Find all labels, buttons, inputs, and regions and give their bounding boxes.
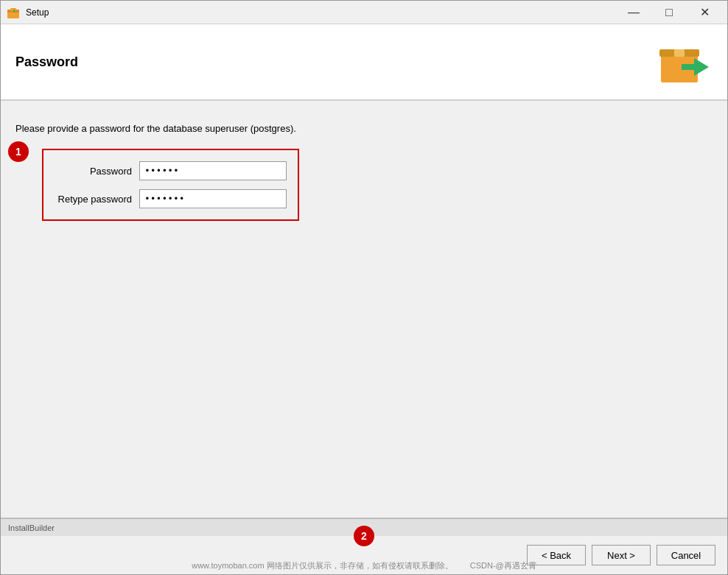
close-button[interactable]: ✕ — [687, 1, 721, 24]
window-title: Setup — [26, 7, 617, 18]
retype-password-row: Retype password — [55, 189, 287, 208]
instruction-text: Please provide a password for the databa… — [15, 123, 713, 134]
password-label: Password — [55, 166, 139, 177]
window-controls: — □ ✕ — [617, 1, 721, 24]
setup-window: Setup — □ ✕ Password Please provide a — [0, 0, 728, 575]
app-icon — [7, 6, 20, 19]
header-logo — [654, 36, 713, 88]
annotation-circle-1: 1 — [8, 141, 29, 162]
retype-password-label: Retype password — [55, 194, 139, 205]
watermark-text: www.toymoban.com 网络图片仅供展示，非存储，如有侵权请联系删除。… — [1, 559, 727, 573]
installbuilder-label: InstallBuilder — [8, 523, 55, 532]
svg-rect-8 — [682, 64, 694, 70]
page-title: Password — [15, 54, 78, 70]
minimize-button[interactable]: — — [617, 1, 651, 24]
retype-password-input[interactable] — [139, 189, 287, 208]
svg-rect-6 — [674, 49, 685, 57]
maximize-button[interactable]: □ — [652, 1, 686, 24]
content-area: Please provide a password for the databa… — [1, 101, 727, 518]
page-header: Password — [1, 24, 727, 101]
annotation-circle-2: 2 — [354, 526, 374, 546]
title-bar: Setup — □ ✕ — [1, 1, 727, 24]
password-input[interactable] — [139, 161, 287, 180]
svg-marker-7 — [694, 58, 709, 76]
box-logo-icon — [654, 36, 713, 88]
csdn-tag: CSDN-@再遇玄霄 — [470, 561, 536, 570]
password-row: Password — [55, 161, 287, 180]
form-highlight-box: Password Retype password — [42, 149, 299, 221]
